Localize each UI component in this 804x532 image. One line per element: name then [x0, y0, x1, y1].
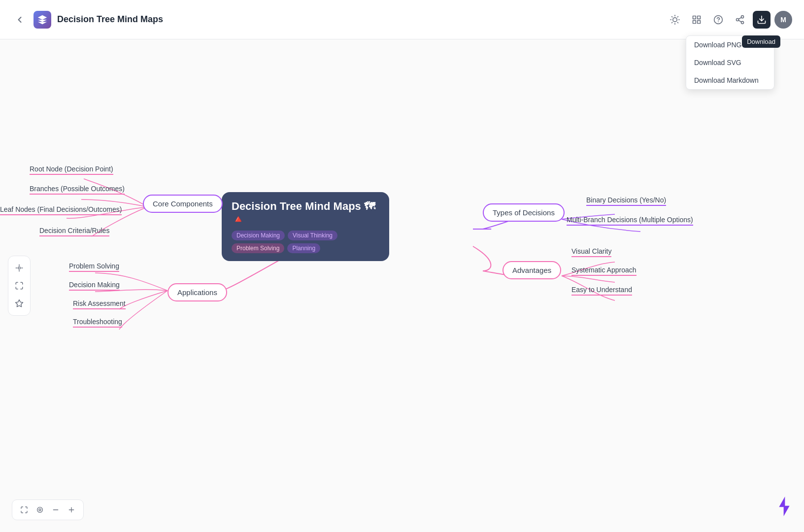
- star-icon-btn[interactable]: [11, 296, 27, 311]
- back-button[interactable]: [12, 12, 28, 28]
- leaf-binary: Binary Decisions (Yes/No): [586, 196, 666, 206]
- header-left: Decision Tree Mind Maps: [12, 11, 666, 29]
- download-tooltip: Download: [742, 35, 780, 48]
- download-svg-item[interactable]: Download SVG: [686, 54, 774, 71]
- leaf-decision-criteria: Decision Criteria/Rules: [39, 227, 109, 236]
- left-toolbar: [8, 256, 31, 316]
- zoom-out-btn[interactable]: [49, 503, 63, 517]
- tag-decision-making: Decision Making: [232, 231, 285, 240]
- leaf-leaf-nodes: Leaf Nodes (Final Decisions/Outcomes): [0, 205, 122, 215]
- advantages-node: Advantages: [502, 261, 561, 279]
- resize-icon-btn[interactable]: [11, 278, 27, 294]
- svg-point-21: [18, 267, 21, 269]
- applications-node: Applications: [168, 283, 227, 301]
- leaf-root-node: Root Node (Decision Point): [30, 165, 113, 175]
- tag-visual-thinking: Visual Thinking: [288, 231, 337, 240]
- leaf-troubleshooting: Troubleshooting: [73, 318, 122, 328]
- leaf-visual-clarity: Visual Clarity: [571, 247, 611, 257]
- svg-point-23: [39, 509, 41, 511]
- expand-btn[interactable]: [17, 503, 31, 517]
- svg-rect-9: [693, 16, 696, 19]
- svg-rect-12: [693, 20, 696, 23]
- leaf-multi-branch: Multi-Branch Decisions (Multiple Options…: [567, 216, 693, 226]
- svg-line-4: [677, 22, 678, 23]
- header-right: M: [666, 11, 792, 29]
- sun-icon-btn[interactable]: [666, 11, 684, 29]
- leaf-risk-assessment: Risk Assessment: [73, 299, 126, 309]
- tag-planning: Planning: [287, 243, 320, 253]
- crosshair-icon-btn[interactable]: [11, 260, 27, 276]
- central-node-title: Decision Tree Mind Maps 🗺 🔺: [232, 200, 379, 226]
- svg-line-8: [677, 16, 678, 17]
- page-title: Decision Tree Mind Maps: [57, 14, 163, 25]
- header: Decision Tree Mind Maps: [0, 0, 804, 39]
- svg-rect-11: [698, 20, 701, 23]
- zoom-in-btn[interactable]: [65, 503, 78, 517]
- leaf-branches: Branches (Possible Outcomes): [30, 185, 125, 195]
- share-icon-btn[interactable]: [731, 11, 749, 29]
- tag-problem-solving: Problem Solving: [232, 243, 284, 253]
- leaf-problem-solving: Problem Solving: [69, 262, 119, 272]
- app-logo: [34, 11, 51, 29]
- types-of-decisions-node: Types of Decisions: [483, 203, 565, 222]
- svg-line-3: [672, 16, 672, 17]
- central-node: Decision Tree Mind Maps 🗺 🔺 Decision Mak…: [222, 192, 389, 261]
- svg-line-7: [672, 22, 672, 23]
- lightning-icon: [776, 497, 792, 520]
- layout-icon-btn[interactable]: [688, 11, 705, 29]
- download-markdown-item[interactable]: Download Markdown: [686, 71, 774, 89]
- fit-btn[interactable]: [33, 503, 47, 517]
- svg-rect-10: [698, 16, 701, 19]
- mindmap-connections: [0, 39, 804, 532]
- leaf-easy-understand: Easy to Understand: [571, 286, 632, 296]
- leaf-systematic-approach: Systematic Approach: [571, 266, 636, 276]
- avatar[interactable]: M: [774, 11, 792, 29]
- core-components-node: Core Components: [143, 195, 223, 213]
- svg-point-22: [37, 507, 43, 513]
- svg-point-0: [673, 17, 677, 21]
- canvas[interactable]: Decision Tree Mind Maps 🗺 🔺 Decision Mak…: [0, 39, 804, 532]
- bottom-toolbar: [12, 499, 84, 520]
- svg-line-19: [738, 17, 741, 19]
- leaf-decision-making: Decision Making: [69, 281, 120, 291]
- svg-marker-27: [779, 497, 789, 516]
- central-node-tags: Decision Making Visual Thinking Problem …: [232, 231, 379, 253]
- svg-line-18: [738, 20, 741, 22]
- download-icon-btn[interactable]: [753, 11, 770, 29]
- help-icon-btn[interactable]: [709, 11, 727, 29]
